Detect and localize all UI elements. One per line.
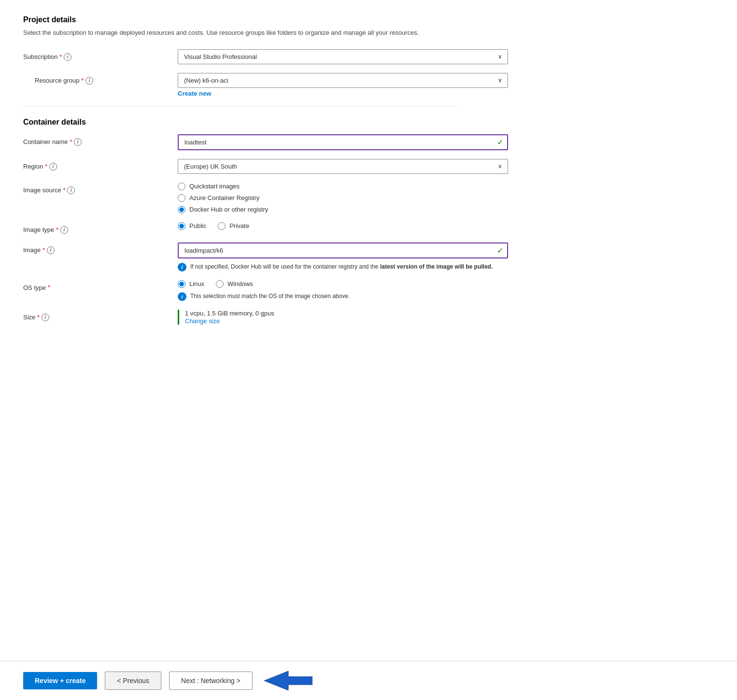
image-info-icon[interactable]: i: [47, 246, 55, 254]
project-details-title: Project details: [23, 15, 508, 24]
image-source-radio-group: Quickstart images Azure Container Regist…: [178, 183, 508, 214]
region-select[interactable]: (Europe) UK South: [178, 159, 508, 174]
os-type-radio-group: Linux Windows: [178, 280, 508, 288]
size-label: Size: [23, 314, 35, 321]
os-type-linux-label: Linux: [189, 280, 204, 287]
arrow-container: [264, 671, 312, 690]
subscription-select[interactable]: Visual Studio Professional: [178, 49, 508, 64]
image-type-private[interactable]: Private: [218, 222, 249, 230]
image-type-info-icon[interactable]: i: [60, 226, 68, 234]
subscription-info-icon[interactable]: i: [64, 53, 71, 61]
next-networking-button[interactable]: Next : Networking >: [169, 671, 253, 690]
os-type-info-text: This selection must match the OS of the …: [190, 292, 350, 300]
size-bar: [178, 310, 179, 325]
change-size-link[interactable]: Change size: [185, 317, 220, 325]
image-type-radio-group: Public Private: [178, 222, 508, 230]
image-type-public-radio[interactable]: [178, 222, 185, 230]
container-details-title: Container details: [23, 118, 508, 127]
image-source-required: *: [63, 187, 66, 194]
image-info-circle-icon: i: [178, 263, 186, 271]
resource-group-label: Resource group: [35, 77, 80, 84]
create-new-link[interactable]: Create new: [178, 90, 211, 97]
image-source-acr[interactable]: Azure Container Registry: [178, 194, 508, 202]
project-details-description: Select the subscription to manage deploy…: [23, 28, 508, 38]
os-type-linux-radio[interactable]: [178, 280, 185, 288]
image-input[interactable]: [178, 243, 508, 258]
image-source-quickstart-label: Quickstart images: [189, 183, 240, 190]
section-divider: [23, 106, 458, 106]
container-name-info-icon[interactable]: i: [74, 138, 82, 146]
image-type-public-label: Public: [189, 222, 206, 229]
resource-group-select[interactable]: (New) k6-on-aci: [178, 73, 508, 88]
image-type-public[interactable]: Public: [178, 222, 206, 230]
image-source-dockerhub-label: Docker Hub or other registry: [189, 206, 268, 213]
container-name-valid-icon: ✓: [497, 138, 503, 147]
os-type-info-circle-icon: i: [178, 292, 186, 301]
resource-group-required: *: [82, 77, 84, 84]
size-content: 1 vcpu, 1.5 GiB memory, 0 gpus Change si…: [178, 310, 508, 325]
image-source-info-icon[interactable]: i: [67, 186, 75, 194]
footer-bar: Review + create < Previous Next : Networ…: [0, 661, 737, 700]
size-required: *: [37, 314, 40, 321]
image-source-acr-label: Azure Container Registry: [189, 194, 259, 201]
subscription-required: *: [60, 54, 62, 60]
os-type-linux[interactable]: Linux: [178, 280, 204, 288]
region-label: Region: [23, 163, 43, 170]
image-type-private-label: Private: [229, 222, 249, 229]
region-info-icon[interactable]: i: [49, 163, 57, 171]
image-source-quickstart[interactable]: Quickstart images: [178, 183, 508, 190]
container-name-required: *: [70, 139, 72, 145]
image-source-acr-radio[interactable]: [178, 194, 185, 202]
image-valid-icon: ✓: [497, 246, 503, 255]
image-source-quickstart-radio[interactable]: [178, 183, 185, 190]
container-name-input[interactable]: [178, 134, 508, 150]
os-type-required: *: [48, 284, 50, 291]
size-value: 1 vcpu, 1.5 GiB memory, 0 gpus: [185, 310, 274, 317]
image-source-dockerhub-radio[interactable]: [178, 206, 185, 214]
subscription-label: Subscription: [23, 53, 58, 60]
os-type-windows[interactable]: Windows: [216, 280, 253, 288]
region-required: *: [45, 163, 47, 170]
image-label: Image: [23, 246, 41, 254]
image-source-label: Image source: [23, 186, 61, 194]
os-type-windows-radio[interactable]: [216, 280, 224, 288]
size-info-icon[interactable]: i: [42, 314, 49, 321]
container-name-label: Container name: [23, 138, 68, 145]
next-arrow-icon: [264, 671, 312, 690]
image-type-private-radio[interactable]: [218, 222, 226, 230]
image-required: *: [43, 247, 45, 254]
os-type-label: OS type: [23, 284, 46, 291]
previous-button[interactable]: < Previous: [105, 671, 161, 690]
image-type-label: Image type: [23, 226, 54, 233]
resource-group-info-icon[interactable]: i: [85, 77, 93, 85]
image-source-dockerhub[interactable]: Docker Hub or other registry: [178, 206, 508, 214]
svg-marker-1: [264, 671, 312, 690]
os-type-windows-label: Windows: [227, 280, 253, 287]
review-create-button[interactable]: Review + create: [23, 672, 97, 689]
image-type-required: *: [56, 227, 58, 233]
image-info-text: If not specified, Docker Hub will be use…: [190, 262, 493, 271]
